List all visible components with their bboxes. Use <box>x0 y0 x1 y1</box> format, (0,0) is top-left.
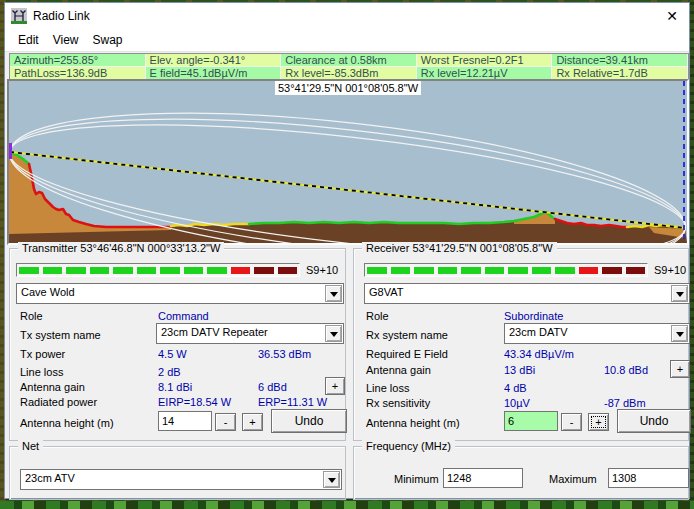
rx-signal-meter <box>364 263 648 277</box>
tx-role-value: Command <box>158 310 209 322</box>
tx-power-dbm: 36.53 dBm <box>258 348 311 360</box>
link-status-grid: Azimuth=255.85° Elev. angle=-0.341° Clea… <box>9 53 689 80</box>
radio-link-window: Radio Link ✕ Edit View Swap Azimuth=255.… <box>4 2 690 499</box>
rx-undo-button[interactable]: Undo <box>617 409 691 433</box>
tx-gain-dbi: 8.1 dBi <box>158 381 192 393</box>
rx-role-value: Subordinate <box>504 310 563 322</box>
tx-role-label: Role <box>20 310 43 322</box>
menu-edit[interactable]: Edit <box>13 31 48 50</box>
tx-system-combobox[interactable]: 23cm DATV Repeater <box>156 323 344 344</box>
rx-height-plus-button[interactable]: + <box>588 413 609 431</box>
status-clearance: Clearance at 0.58km <box>281 54 417 67</box>
dropdown-arrow-icon[interactable] <box>323 471 340 488</box>
status-elev-angle: Elev. angle=-0.341° <box>146 54 282 67</box>
rx-gain-dbd: 10.8 dBd <box>604 364 648 376</box>
tx-height-plus-button[interactable]: + <box>242 413 263 431</box>
tx-undo-button[interactable]: Undo <box>271 409 347 433</box>
tx-power-watts: 4.5 W <box>158 348 187 360</box>
net-combobox[interactable]: 23cm ATV <box>20 469 342 490</box>
tx-erp-value: ERP=11.31 W <box>258 396 327 408</box>
frequency-max-input[interactable] <box>608 468 689 488</box>
rx-system-combobox[interactable]: 23cm DATV <box>504 323 690 344</box>
rx-system-label: Rx system name <box>366 329 448 341</box>
rx-sensitivity-uv: 10µV <box>504 397 530 409</box>
rx-height-minus-button[interactable]: - <box>561 413 582 431</box>
rx-gain-label: Antenna gain <box>366 364 431 376</box>
tx-lineloss-value: 2 dB <box>158 366 181 378</box>
receiver-legend: Receiver 53°41'29.5"N 001°08'05.8"W <box>362 242 557 254</box>
close-icon[interactable]: ✕ <box>661 7 683 25</box>
rx-lineloss-value: 4 dB <box>504 382 527 394</box>
frequency-legend: Frequency (MHz) <box>362 440 455 452</box>
map-background-strip <box>0 501 694 509</box>
tx-gain-label: Antenna gain <box>20 381 85 393</box>
receiver-group: Receiver 53°41'29.5"N 001°08'05.8"W S9+1… <box>353 248 689 441</box>
dropdown-arrow-icon[interactable] <box>325 285 342 302</box>
rx-required-efield-value: 43.34 dBµV/m <box>504 348 574 360</box>
dropdown-arrow-icon[interactable] <box>325 325 342 342</box>
radio-link-icon <box>11 8 27 24</box>
menu-bar: Edit View Swap <box>5 29 689 52</box>
tx-lineloss-label: Line loss <box>20 366 63 378</box>
menu-view[interactable]: View <box>48 31 88 50</box>
dropdown-arrow-icon[interactable] <box>671 285 688 302</box>
cursor-coordinates-label: 53°41'29.5"N 001°08'05.8"W <box>275 81 421 95</box>
rx-gain-dbi: 13 dBi <box>504 364 535 376</box>
rx-sensitivity-dbm: -87 dBm <box>604 397 646 409</box>
tx-radiated-label: Radiated power <box>20 396 97 408</box>
rx-lineloss-label: Line loss <box>366 382 409 394</box>
rx-sensitivity-label: Rx sensitivity <box>366 397 430 409</box>
tx-station-combobox[interactable]: Cave Wold <box>16 283 344 304</box>
rx-height-label: Antenna height (m) <box>366 417 460 429</box>
status-worst-fresnel: Worst Fresnel=0.2F1 <box>417 54 553 67</box>
dropdown-arrow-icon[interactable] <box>671 325 688 342</box>
frequency-group: Frequency (MHz) Minimum Maximum <box>353 446 689 500</box>
frequency-min-input[interactable] <box>443 468 523 488</box>
rx-required-efield-label: Required E Field <box>366 348 448 360</box>
tx-eirp-value: EIRP=18.54 W <box>158 396 231 408</box>
rx-height-input[interactable] <box>504 411 558 431</box>
transmitter-group: Transmitter 53°46'46.8"N 000°33'13.2"W S… <box>9 248 346 441</box>
tx-s-meter-label: S9+10 <box>306 264 338 276</box>
window-title: Radio Link <box>33 9 90 23</box>
rx-gain-plus-button[interactable]: + <box>670 360 690 378</box>
terrain-profile-chart[interactable]: 53°41'29.5"N 001°08'05.8"W <box>7 79 689 245</box>
title-bar: Radio Link ✕ <box>5 3 689 29</box>
tx-gain-plus-button[interactable]: + <box>325 377 345 395</box>
rx-role-label: Role <box>366 310 389 322</box>
rx-s-meter-label: S9+10 <box>654 264 686 276</box>
tx-power-label: Tx power <box>20 348 65 360</box>
transmitter-legend: Transmitter 53°46'46.8"N 000°33'13.2"W <box>18 242 224 254</box>
tx-signal-meter <box>16 263 300 277</box>
tx-height-input[interactable] <box>158 411 212 431</box>
status-azimuth: Azimuth=255.85° <box>10 54 146 67</box>
tx-gain-dbd: 6 dBd <box>258 381 287 393</box>
tx-system-label: Tx system name <box>20 329 101 341</box>
frequency-max-label: Maximum <box>549 473 597 485</box>
frequency-min-label: Minimum <box>394 473 439 485</box>
net-legend: Net <box>18 440 43 452</box>
menu-swap[interactable]: Swap <box>87 31 131 50</box>
tx-height-minus-button[interactable]: - <box>215 413 236 431</box>
rx-station-combobox[interactable]: G8VAT <box>364 283 690 304</box>
net-group: Net 23cm ATV <box>9 446 346 500</box>
tx-height-label: Antenna height (m) <box>20 417 114 429</box>
status-distance: Distance=39.41km <box>552 54 688 67</box>
